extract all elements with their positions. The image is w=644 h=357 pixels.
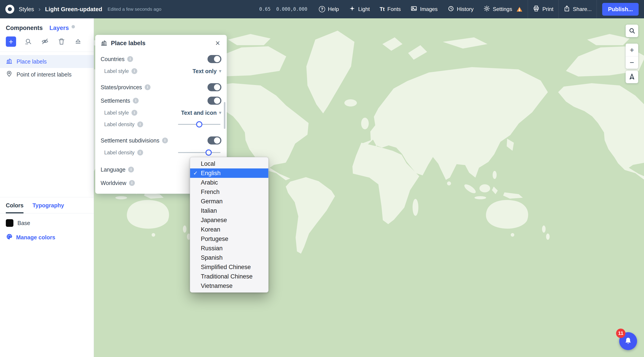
info-icon[interactable]: i <box>133 98 139 104</box>
language-dropdown-menu: Local ✓ English Arabic French German Ita… <box>190 157 268 292</box>
topbar-separator: Print <box>528 0 558 18</box>
slider-knob[interactable] <box>196 121 202 128</box>
countries-label-style-row: Label style i Text only ▾ <box>100 66 222 76</box>
menu-option-japanese[interactable]: Japanese <box>190 216 268 225</box>
tab-components[interactable]: Components <box>6 24 43 32</box>
worldview-label: Worldview <box>100 180 126 186</box>
history-button[interactable]: History <box>442 0 478 18</box>
eject-icon <box>74 38 82 46</box>
menu-option-french[interactable]: French <box>190 187 268 196</box>
visibility-off-icon <box>41 38 49 46</box>
settings-button[interactable]: Settings <box>478 0 528 18</box>
component-label: Place labels <box>16 58 47 65</box>
menu-option-traditional-chinese[interactable]: Traditional Chinese <box>190 272 268 281</box>
panel-header: Place labels × <box>95 35 227 52</box>
fonts-icon: Tt <box>380 6 385 12</box>
menu-option-local[interactable]: Local <box>190 159 268 168</box>
base-color-row[interactable]: Base <box>0 214 94 227</box>
label-style-label: Label style <box>104 110 129 116</box>
breadcrumb-chevron-icon: › <box>38 6 40 13</box>
option-label: Japanese <box>201 217 227 224</box>
countries-toggle[interactable] <box>208 55 222 63</box>
info-icon[interactable]: i <box>132 68 137 74</box>
option-label: Traditional Chinese <box>201 273 253 280</box>
light-label: Light <box>358 6 370 12</box>
map-pin-icon <box>6 70 12 78</box>
share-button[interactable]: Share... <box>558 0 596 18</box>
base-color-swatch[interactable] <box>6 219 14 227</box>
sidebar-tabs: Components Layers <box>0 18 94 35</box>
components-list: Place labels Point of interest labels <box>0 52 94 81</box>
states-toggle[interactable] <box>208 83 222 91</box>
compass-arrow-icon <box>628 73 636 81</box>
info-icon[interactable]: i <box>137 122 143 127</box>
search-components-button[interactable] <box>24 37 33 46</box>
option-label: French <box>201 188 220 196</box>
breadcrumb-styles[interactable]: Styles <box>19 6 34 12</box>
base-color-label: Base <box>18 220 30 226</box>
scrollbar-thumb[interactable] <box>224 102 226 129</box>
image-icon <box>410 5 417 13</box>
settlements-label-style-row: Label style i Text and icon ▾ <box>100 107 222 118</box>
edited-status: Edited a few seconds ago <box>108 6 162 12</box>
tab-layers[interactable]: Layers <box>50 24 69 32</box>
help-button[interactable]: ? Help <box>314 0 344 18</box>
slider-knob[interactable] <box>206 150 212 156</box>
share-icon <box>564 5 570 13</box>
zoom-out-button[interactable]: − <box>626 56 638 69</box>
style-title: Light Green-updated <box>45 6 102 13</box>
settlements-toggle[interactable] <box>208 97 222 105</box>
notifications-button[interactable]: 11 <box>619 332 637 350</box>
map-search-button[interactable] <box>626 24 638 37</box>
manage-colors-button[interactable]: Manage colors <box>0 227 94 248</box>
publish-button[interactable]: Publish... <box>602 3 639 16</box>
tab-colors[interactable]: Colors <box>6 202 24 214</box>
topbar-right: 0.65 0.000,0.000 ? Help Light Tt Fonts I <box>259 0 644 18</box>
settlements-label-style-select[interactable]: Text and icon ▾ <box>181 110 222 116</box>
subdivisions-toggle[interactable] <box>208 136 222 144</box>
info-icon[interactable]: i <box>145 84 150 90</box>
publish-section: Publish... <box>596 0 644 18</box>
menu-option-arabic[interactable]: Arabic <box>190 178 268 187</box>
info-icon[interactable]: i <box>137 150 143 156</box>
delete-component-button[interactable] <box>57 37 66 46</box>
settlements-density-slider[interactable] <box>178 124 220 125</box>
menu-option-german[interactable]: German <box>190 196 268 206</box>
fonts-button[interactable]: Tt Fonts <box>375 0 406 18</box>
menu-option-english[interactable]: ✓ English <box>190 168 268 178</box>
print-button[interactable]: Print <box>528 0 558 18</box>
images-button[interactable]: Images <box>406 0 442 18</box>
info-icon[interactable]: i <box>132 110 137 116</box>
zoom-in-button[interactable]: + <box>626 44 638 56</box>
menu-option-portugese[interactable]: Portugese <box>190 234 268 244</box>
menu-option-simplified-chinese[interactable]: Simplified Chinese <box>190 262 268 272</box>
tab-typography[interactable]: Typography <box>32 202 64 213</box>
menu-option-spanish[interactable]: Spanish <box>190 253 268 262</box>
images-label: Images <box>420 6 438 12</box>
countries-label-style-select[interactable]: Text only ▾ <box>192 68 222 74</box>
layer-search-icon <box>24 38 32 46</box>
info-icon[interactable]: i <box>128 167 134 172</box>
topbar: Styles › Light Green-updated Edited a fe… <box>0 0 644 18</box>
add-component-button[interactable]: + <box>6 36 16 47</box>
info-icon[interactable]: i <box>129 180 135 186</box>
component-item-poi-labels[interactable]: Point of interest labels <box>0 68 94 81</box>
info-icon[interactable]: i <box>127 56 133 62</box>
app-logo[interactable] <box>5 5 14 14</box>
component-item-place-labels[interactable]: Place labels <box>0 55 94 68</box>
menu-option-italian[interactable]: Italian <box>190 206 268 216</box>
menu-option-vietnamese[interactable]: Vietnamese <box>190 281 268 290</box>
subdivisions-density-slider[interactable] <box>178 152 220 153</box>
label-style-label: Label style <box>104 68 129 74</box>
close-icon[interactable]: × <box>214 39 222 48</box>
sparkle-icon <box>349 5 356 13</box>
info-icon[interactable]: i <box>162 138 168 144</box>
hide-component-button[interactable] <box>41 37 49 46</box>
light-preset-button[interactable]: Light <box>344 0 375 18</box>
share-label: Share... <box>573 6 592 12</box>
menu-option-korean[interactable]: Korean <box>190 225 268 234</box>
eject-component-button[interactable] <box>74 37 82 46</box>
compass-button[interactable] <box>626 71 638 83</box>
menu-option-russian[interactable]: Russian <box>190 244 268 253</box>
history-clock-icon <box>448 5 454 13</box>
